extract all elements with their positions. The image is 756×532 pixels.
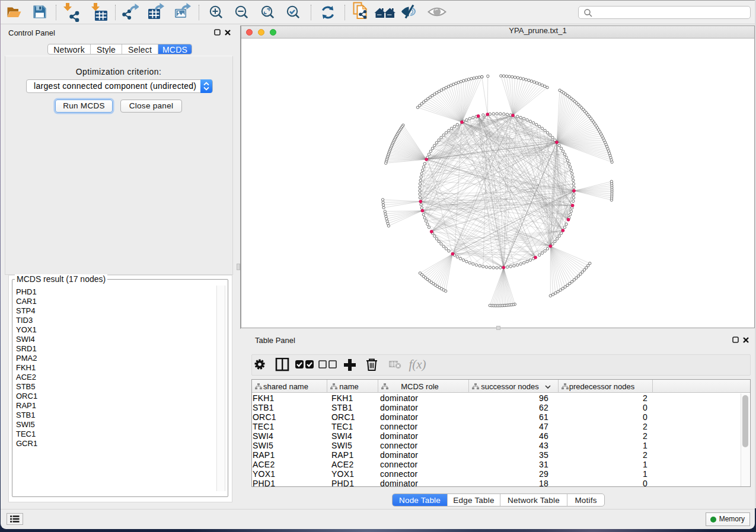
svg-text:f(x): f(x) xyxy=(409,358,426,371)
